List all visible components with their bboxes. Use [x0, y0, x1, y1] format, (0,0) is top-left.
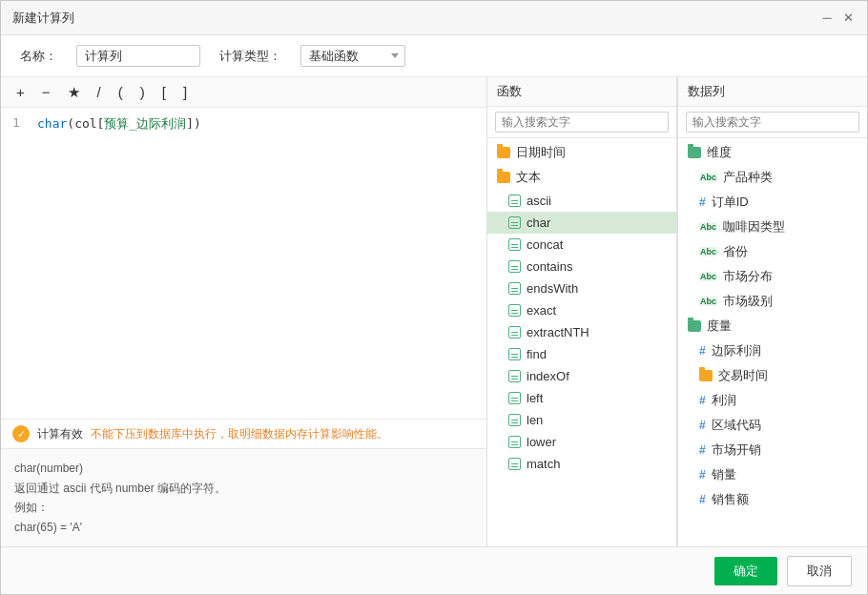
func-icon — [508, 392, 521, 404]
list-item-label: 边际利润 — [712, 342, 761, 359]
list-item[interactable]: extractNTH — [487, 321, 676, 343]
list-item[interactable]: ascii — [487, 190, 676, 212]
check-icon: ✓ — [12, 425, 30, 442]
list-item-label: ascii — [527, 194, 551, 208]
list-item-label: 销售额 — [712, 491, 749, 508]
list-item[interactable]: find — [487, 343, 676, 365]
list-item-label: 区域代码 — [712, 417, 761, 434]
functions-panel: 函数 日期时间文本asciicharconcatcontainsendsWith… — [487, 77, 677, 546]
list-item[interactable]: exact — [487, 299, 676, 321]
star-button[interactable]: ★ — [64, 83, 84, 101]
code-content: char(col[预算_边际利润]) — [37, 115, 201, 133]
folder-icon — [699, 370, 713, 381]
hash-icon: # — [699, 493, 706, 506]
list-item[interactable]: #利润 — [678, 388, 867, 413]
right-area: 函数 日期时间文本asciicharconcatcontainsendsWith… — [487, 77, 867, 546]
hash-icon: # — [699, 195, 706, 209]
functions-search-input[interactable] — [495, 112, 669, 133]
list-item[interactable]: #区域代码 — [678, 413, 867, 438]
list-item[interactable]: Abc省份 — [678, 239, 867, 264]
type-select[interactable]: 基础函数 高级函数 — [300, 45, 405, 67]
list-item-label: 订单ID — [712, 194, 749, 211]
name-input[interactable] — [76, 45, 200, 67]
func-icon — [508, 348, 521, 360]
list-item[interactable]: #销售额 — [678, 487, 867, 512]
list-item-label: len — [527, 413, 543, 427]
list-item[interactable]: Abc市场分布 — [678, 264, 867, 289]
list-item[interactable]: endsWith — [487, 277, 676, 299]
list-item[interactable]: 维度 — [678, 140, 867, 165]
hash-icon: # — [699, 419, 706, 432]
lbracket-button[interactable]: [ — [158, 83, 170, 101]
list-item[interactable]: left — [487, 387, 676, 409]
functions-panel-header: 函数 — [487, 77, 676, 107]
desc-line2: 例如： — [14, 498, 473, 517]
lparen-button[interactable]: ( — [114, 83, 127, 101]
list-item[interactable]: match — [487, 453, 676, 475]
rparen-button[interactable]: ) — [136, 83, 149, 101]
func-icon — [508, 436, 521, 448]
list-item[interactable]: 日期时间 — [487, 140, 676, 165]
data-list: 维度Abc产品种类#订单IDAbc咖啡因类型Abc省份Abc市场分布Abc市场级… — [678, 138, 867, 546]
list-item-label: find — [527, 347, 547, 361]
minus-button[interactable]: − — [38, 83, 54, 101]
hash-icon: # — [699, 394, 706, 407]
line-number: 1 — [12, 115, 28, 133]
formula-toolbar: + − ★ / ( ) [ ] — [1, 77, 486, 108]
code-field: 预算_边际利润 — [104, 116, 186, 131]
list-item[interactable]: #市场开销 — [678, 438, 867, 462]
list-item[interactable]: 文本 — [487, 165, 676, 190]
data-search-input[interactable] — [686, 112, 859, 133]
minimize-button[interactable]: ─ — [819, 10, 835, 26]
slash-button[interactable]: / — [93, 83, 105, 101]
cancel-button[interactable]: 取消 — [787, 556, 852, 586]
hash-icon: # — [699, 468, 706, 482]
folder-dim-icon — [688, 147, 701, 158]
title-bar-controls: ─ ✕ — [819, 10, 856, 26]
code-editor[interactable]: 1 char(col[预算_边际利润]) — [1, 108, 486, 419]
list-item[interactable]: 度量 — [678, 314, 867, 339]
abc-icon: Abc — [699, 247, 717, 256]
func-icon — [508, 282, 521, 295]
code-bracket-open: (col[ — [67, 116, 104, 131]
list-item[interactable]: Abc咖啡因类型 — [678, 215, 867, 239]
close-button[interactable]: ✕ — [840, 10, 856, 26]
list-item[interactable]: 交易时间 — [678, 363, 867, 388]
folder-icon — [497, 147, 510, 158]
list-item-label: 销量 — [712, 466, 736, 483]
list-item[interactable]: Abc市场级别 — [678, 289, 867, 314]
list-item[interactable]: len — [487, 409, 676, 431]
rbracket-button[interactable]: ] — [179, 83, 191, 101]
plus-button[interactable]: + — [12, 83, 29, 101]
confirm-button[interactable]: 确定 — [714, 557, 777, 585]
code-func: char — [37, 116, 67, 131]
list-item-label: 市场开销 — [712, 441, 761, 459]
func-icon — [508, 260, 521, 273]
validation-bar: ✓ 计算有效 不能下压到数据库中执行，取明细数据内存计算影响性能。 — [1, 419, 486, 448]
list-item[interactable]: contains — [487, 256, 676, 277]
list-item[interactable]: char — [487, 212, 676, 234]
list-item-label: 维度 — [707, 144, 732, 161]
list-item[interactable]: indexOf — [487, 365, 676, 387]
form-row: 名称： 计算类型： 基础函数 高级函数 — [1, 35, 867, 77]
list-item[interactable]: Abc产品种类 — [678, 165, 867, 190]
list-item[interactable]: #销量 — [678, 462, 867, 487]
main-area: + − ★ / ( ) [ ] 1 char(col[预算_边际利润]) — [1, 77, 867, 546]
func-icon — [508, 414, 521, 426]
code-line-1: 1 char(col[预算_边际利润]) — [12, 115, 475, 133]
list-item-label: 利润 — [712, 392, 736, 409]
abc-icon: Abc — [699, 173, 717, 182]
list-item[interactable]: #边际利润 — [678, 339, 867, 363]
list-item[interactable]: concat — [487, 234, 676, 256]
data-search-container — [678, 107, 867, 138]
list-item[interactable]: lower — [487, 431, 676, 453]
func-icon — [508, 458, 521, 470]
list-item[interactable]: #订单ID — [678, 190, 867, 215]
desc-line3: char(65) = 'A' — [14, 518, 473, 537]
func-icon — [508, 304, 521, 317]
abc-icon: Abc — [699, 222, 717, 232]
list-item-label: indexOf — [527, 369, 569, 383]
data-panel-header: 数据列 — [678, 77, 867, 107]
list-item-label: 交易时间 — [718, 367, 768, 384]
dialog-title: 新建计算列 — [12, 10, 74, 27]
